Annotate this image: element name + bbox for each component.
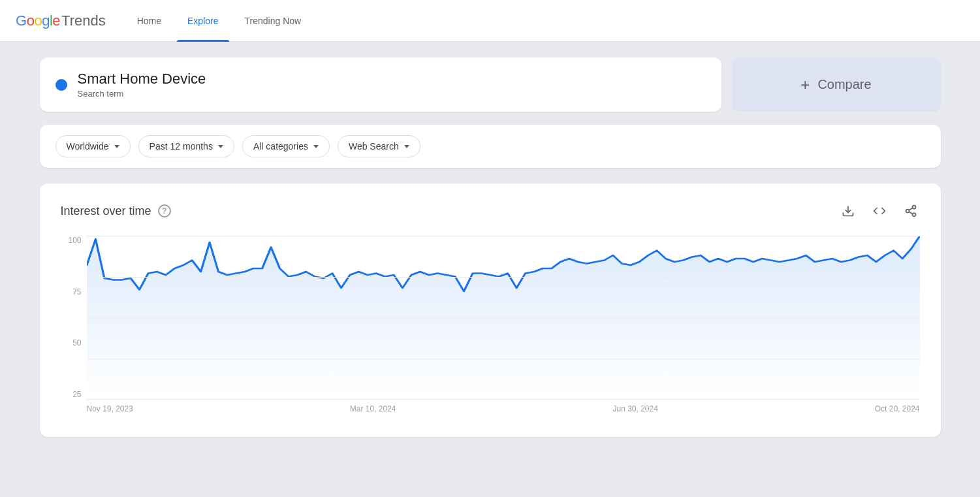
svg-line-5: [909, 208, 913, 210]
y-label-75: 75: [72, 287, 81, 297]
download-icon: [842, 204, 855, 217]
logo-o2: o: [34, 12, 42, 29]
help-icon[interactable]: ?: [158, 204, 171, 217]
grid-line-75: [87, 277, 920, 278]
chart-area: 100 75 50 25 Nov 19, 202: [61, 236, 920, 419]
embed-icon: [873, 204, 886, 217]
logo-trends-text: Trends: [61, 12, 106, 29]
x-label-jun: Jun 30, 2024: [612, 404, 657, 413]
chevron-down-icon: [404, 145, 409, 148]
download-button[interactable]: [839, 202, 857, 220]
filter-time-label: Past 12 months: [150, 141, 213, 152]
filter-type-label: Web Search: [349, 141, 399, 152]
chevron-down-icon: [218, 145, 223, 148]
header: Google Trends Home Explore Trending Now: [0, 0, 980, 42]
logo-g2: g: [42, 12, 50, 29]
x-label-mar: Mar 10, 2024: [350, 404, 396, 413]
filter-location-label: Worldwide: [67, 141, 109, 152]
filter-time[interactable]: Past 12 months: [138, 135, 234, 157]
chart-section: Interest over time ?: [40, 184, 941, 437]
filter-category-label: All categories: [253, 141, 308, 152]
share-button[interactable]: [902, 202, 920, 220]
logo-e: e: [52, 12, 60, 29]
chevron-down-icon: [114, 145, 119, 148]
y-label-50: 50: [72, 338, 81, 347]
search-term: Smart Home Device: [78, 71, 206, 88]
nav-trending-now[interactable]: Trending Now: [234, 0, 312, 42]
logo-o1: o: [27, 12, 35, 29]
chart-actions: [839, 202, 920, 220]
svg-line-4: [909, 212, 913, 214]
filter-type[interactable]: Web Search: [338, 135, 420, 157]
grid-line-100: [87, 236, 920, 236]
filter-row: Worldwide Past 12 months All categories …: [40, 125, 941, 168]
search-text-area: Smart Home Device Search term: [78, 71, 206, 99]
filter-category[interactable]: All categories: [242, 135, 330, 157]
logo-google-text: Google: [16, 12, 60, 29]
x-axis: Nov 19, 2023 Mar 10, 2024 Jun 30, 2024 O…: [87, 399, 920, 419]
main-content: Smart Home Device Search term + Compare …: [14, 42, 967, 453]
y-label-100: 100: [68, 236, 81, 245]
search-box[interactable]: Smart Home Device Search term: [40, 57, 721, 112]
compare-label: Compare: [817, 77, 871, 92]
share-icon: [904, 204, 917, 217]
filter-location[interactable]: Worldwide: [55, 135, 131, 157]
svg-point-1: [912, 206, 915, 209]
x-label-nov: Nov 19, 2023: [87, 404, 133, 413]
chart-title: Interest over time: [61, 204, 151, 218]
svg-point-2: [906, 210, 909, 213]
y-axis: 100 75 50 25: [61, 236, 87, 399]
search-dot: [55, 79, 67, 91]
chevron-down-icon: [313, 145, 319, 148]
y-label-25: 25: [72, 390, 81, 399]
chart-title-area: Interest over time ?: [61, 204, 171, 218]
chart-header: Interest over time ?: [61, 202, 920, 220]
search-area: Smart Home Device Search term + Compare: [40, 57, 941, 112]
nav-explore[interactable]: Explore: [177, 0, 229, 42]
search-label: Search term: [78, 89, 206, 99]
nav-home[interactable]: Home: [127, 0, 172, 42]
main-nav: Home Explore Trending Now: [127, 0, 311, 41]
compare-box[interactable]: + Compare: [732, 57, 941, 112]
grid-line-50: [87, 317, 920, 318]
logo[interactable]: Google Trends: [16, 12, 106, 29]
embed-button[interactable]: [870, 202, 889, 220]
grid-line-25: [87, 359, 920, 359]
chart-inner: [87, 236, 920, 399]
help-symbol: ?: [162, 206, 166, 216]
x-label-oct: Oct 20, 2024: [875, 404, 920, 413]
svg-point-3: [912, 213, 915, 216]
logo-g: G: [16, 12, 27, 29]
compare-plus-icon: +: [800, 76, 810, 94]
